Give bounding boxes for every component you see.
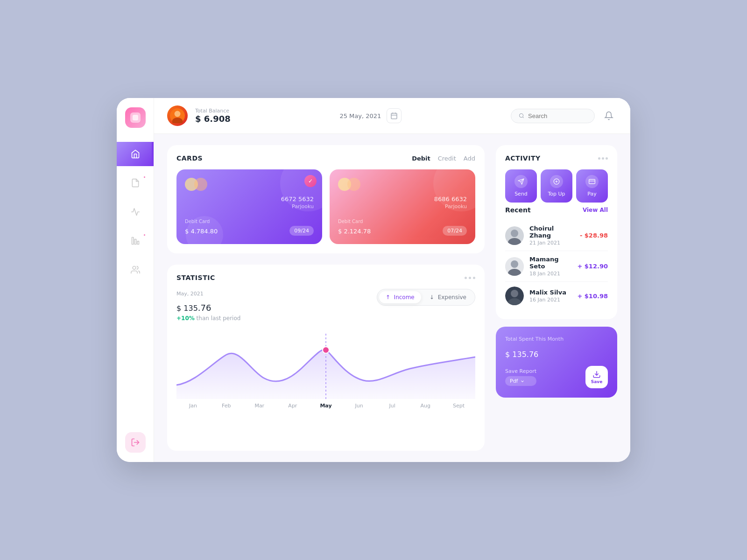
total-spent-card: Total Spent This Month $ 135.76 Save Rep… <box>496 327 617 398</box>
search-icon <box>519 112 524 119</box>
trans-name-3: Malix Silva <box>529 289 571 296</box>
chart-label-jun: Jun <box>343 403 376 409</box>
total-spent-amount: $ 135.76 <box>505 345 608 360</box>
pdf-label: Pdf <box>510 378 518 384</box>
card-bottom-2: Debit Card $ 2.124.78 07/24 <box>338 219 467 236</box>
sidebar-item-statistics[interactable] <box>117 229 154 253</box>
sidebar <box>117 98 154 462</box>
card-circle-right-2 <box>347 178 360 191</box>
notification-button[interactable] <box>600 107 617 124</box>
recent-title: Recent <box>505 206 531 214</box>
save-btn-label: Save <box>591 379 603 384</box>
action-buttons: Send Top Up <box>505 169 608 203</box>
save-report-info: Save Report Pdf <box>505 368 536 386</box>
notification-dot <box>143 175 146 179</box>
cards-header: CARDS Debit Credit Add <box>176 154 475 162</box>
topup-icon <box>550 175 563 188</box>
chart-label-sept: Sept <box>442 403 475 409</box>
tab-debit[interactable]: Debit <box>412 155 430 162</box>
transaction-item-2: Mamang Seto 18 Jan 2021 + $12.90 <box>505 251 608 282</box>
pay-label: Pay <box>587 191 596 197</box>
card-circle-right <box>194 178 207 191</box>
card-purple[interactable]: ✓ 6672 5632 Parjooku Debit Card <box>176 169 322 244</box>
activity-title: ACTIVITY <box>505 154 541 162</box>
header-balance: Total Balance $ 6.908 <box>195 108 231 124</box>
chart-label-mar: Mar <box>243 403 276 409</box>
activity-section: ACTIVITY <box>496 145 617 319</box>
save-report-row: Save Report Pdf <box>505 366 608 388</box>
save-button[interactable]: Save <box>585 366 608 388</box>
sidebar-item-home[interactable] <box>117 142 154 166</box>
save-icon <box>592 370 601 378</box>
trans-name-1: Choirul Zhang <box>529 225 574 239</box>
header-right <box>511 107 617 124</box>
menu-dot-1 <box>598 157 600 160</box>
document-icon <box>130 178 141 188</box>
home-icon <box>130 149 141 159</box>
svg-rect-1 <box>134 239 136 245</box>
trans-date-1: 21 Jan 2021 <box>529 240 574 246</box>
statistic-header: STATISTIC <box>176 274 475 281</box>
chart-label-aug: Aug <box>409 403 442 409</box>
user-photo-choirul <box>505 226 524 245</box>
user-photo-malix <box>505 287 524 305</box>
stat-info: May, 2021 $ 135.76 +10% than last period <box>176 289 240 329</box>
cards-section: CARDS Debit Credit Add ✓ <box>167 145 485 253</box>
search-bar[interactable] <box>511 109 595 123</box>
toggle-income[interactable]: ↑ Income <box>379 291 421 303</box>
save-report-label: Save Report <box>505 368 536 374</box>
card-selected-check: ✓ <box>304 175 317 187</box>
transaction-item: Choirul Zhang 21 Jan 2021 - $28.98 <box>505 220 608 251</box>
svg-point-3 <box>133 266 136 270</box>
sidebar-item-users[interactable] <box>117 258 154 282</box>
activity-menu[interactable] <box>598 157 608 160</box>
trans-info-1: Choirul Zhang 21 Jan 2021 <box>529 225 574 246</box>
chart-label-jul: Jul <box>376 403 409 409</box>
chevron-down-icon <box>520 379 525 384</box>
activity-header: ACTIVITY <box>505 154 608 162</box>
toggle-expensive[interactable]: ↓ Expensive <box>423 291 473 303</box>
chart-label-may: May <box>309 403 342 409</box>
topup-button[interactable]: Top Up <box>541 169 572 203</box>
card-pink[interactable]: 8686 6632 Parjooku Debit Card $ 2.124.78… <box>330 169 475 244</box>
line-chart <box>176 334 475 399</box>
chart-label-jan: Jan <box>176 403 210 409</box>
svg-point-25 <box>511 260 518 268</box>
statistic-menu[interactable] <box>465 277 475 279</box>
sidebar-item-analytics[interactable] <box>117 200 154 224</box>
svg-point-12 <box>520 113 523 117</box>
main-content: Total Balance $ 6.908 25 May, 2021 <box>154 98 630 462</box>
chart-line-icon <box>130 207 141 217</box>
menu-dot-3 <box>606 157 608 160</box>
card-amount-main: $ 4.784 <box>185 228 208 235</box>
logout-button[interactable] <box>125 432 146 453</box>
pdf-badge[interactable]: Pdf <box>505 376 536 386</box>
total-amount-decimal: .76 <box>527 350 538 359</box>
send-button[interactable]: Send <box>505 169 537 203</box>
search-input[interactable] <box>528 112 587 119</box>
card-info: Debit Card $ 4.784.80 <box>185 219 218 236</box>
svg-line-13 <box>522 117 523 118</box>
topup-label: Top Up <box>548 191 565 197</box>
menu-dot-2 <box>602 157 604 160</box>
calendar-icon <box>390 112 398 119</box>
send-icon <box>514 175 528 188</box>
recent-header: Recent View All <box>505 206 608 214</box>
tab-add[interactable]: Add <box>464 155 475 162</box>
svg-rect-19 <box>589 179 595 183</box>
transaction-item-3: Malix Silva 16 Jan 2021 + $10.98 <box>505 282 608 310</box>
view-all-button[interactable]: View All <box>583 207 608 213</box>
app-logo[interactable] <box>125 107 146 128</box>
income-icon: ↑ <box>386 294 390 301</box>
calendar-button[interactable] <box>387 108 402 123</box>
sidebar-item-documents[interactable] <box>117 171 154 195</box>
svg-point-6 <box>175 111 181 117</box>
trans-info-3: Malix Silva 16 Jan 2021 <box>529 289 571 303</box>
pay-button[interactable]: Pay <box>576 169 608 203</box>
chart-label-feb: Feb <box>210 403 243 409</box>
stat-amount: $ 135.76 <box>176 299 240 314</box>
tab-credit[interactable]: Credit <box>438 155 456 162</box>
header: Total Balance $ 6.908 25 May, 2021 <box>154 98 630 134</box>
trans-avatar-3 <box>505 287 524 305</box>
send-label: Send <box>514 191 528 197</box>
